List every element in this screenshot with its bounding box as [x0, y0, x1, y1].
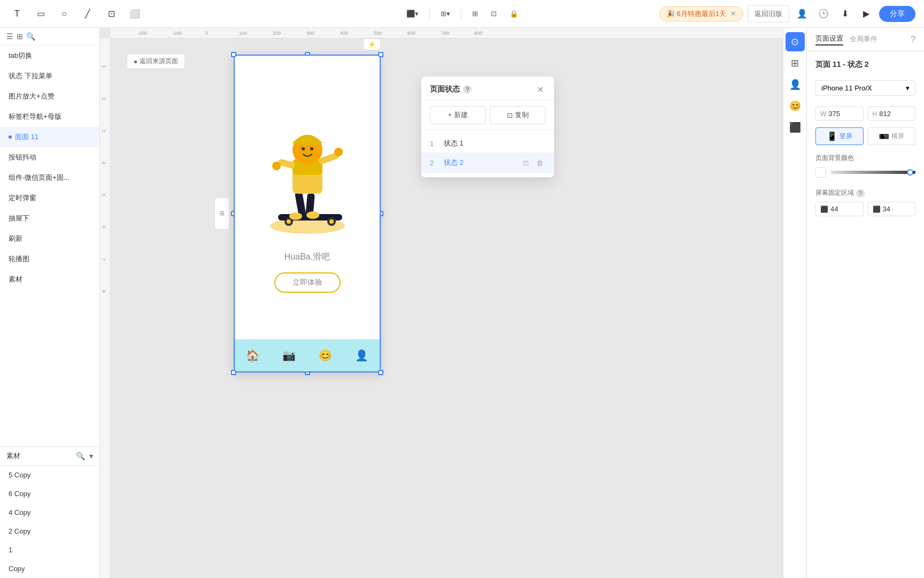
ruler-v-mark: 5	[101, 194, 106, 196]
frame-left-handle[interactable]: ≡	[214, 197, 229, 230]
state-delete-btn[interactable]: 🗑	[534, 157, 545, 169]
state-copy-btn[interactable]: ⊡	[520, 157, 532, 169]
toolbar-left: T ▭ ○ ╱ ⊡ ⬜	[9, 5, 655, 22]
preview-icon[interactable]: ▶	[858, 5, 875, 22]
component-tool-icon[interactable]: ⊡	[103, 5, 120, 22]
sidebar-item-nav[interactable]: 标签栏导航+母版	[0, 107, 99, 127]
sidebar-item-carousel[interactable]: 轮播图	[0, 249, 99, 269]
popup-header: 页面状态 ? ✕	[421, 77, 554, 101]
copy-item[interactable]: Copy	[0, 559, 99, 578]
popup-help-btn[interactable]: ?	[463, 85, 472, 94]
fixed-area-label: 屏幕固定区域 ?	[815, 188, 915, 197]
back-button[interactable]: ● 返回来源页面	[127, 54, 185, 69]
color-slider[interactable]	[830, 171, 915, 174]
bottom-nav-home[interactable]: 🏠	[243, 346, 263, 365]
fixed-bottom-value[interactable]: 34	[883, 205, 890, 213]
frame-top-handle[interactable]: ⚡	[363, 39, 381, 50]
portrait-icon: 📱	[827, 131, 837, 141]
portrait-btn[interactable]: 📱 竖屏	[815, 127, 864, 145]
emoji-panel-icon[interactable]: 😊	[786, 96, 805, 116]
canvas-area[interactable]: -200 -100 0 100 200 300 400 500 600 700 …	[100, 28, 783, 578]
promo-close[interactable]: ✕	[730, 10, 736, 18]
mobile-cta-btn[interactable]: 立即体验	[274, 272, 341, 293]
circle-tool-icon[interactable]: ○	[56, 5, 73, 22]
popup-copy-btn[interactable]: ⊡ 复制	[490, 106, 545, 124]
ruler-mark: 100	[239, 31, 247, 36]
landscape-btn[interactable]: 📱 横屏	[868, 127, 916, 145]
layer-search-icon[interactable]: 🔍	[76, 452, 85, 460]
component-panel-icon[interactable]: ⊞	[786, 54, 805, 73]
fixed-top-value[interactable]: 44	[830, 205, 838, 213]
color-swatch[interactable]	[815, 167, 826, 178]
user-panel-icon[interactable]: 👤	[786, 75, 805, 94]
sidebar-grid-icon[interactable]: ⊞	[17, 32, 23, 41]
settings-panel-icon[interactable]: ⊙	[786, 32, 805, 51]
size-btn[interactable]: ⊞▾	[436, 7, 455, 20]
fixed-field-top: ⬛ 44	[815, 202, 864, 216]
promo-text: 6月特惠最后1天	[677, 9, 726, 19]
history-icon[interactable]: 🕒	[815, 5, 832, 22]
lock-btn[interactable]: 🔒	[505, 7, 522, 20]
position-btn[interactable]: ⊞	[468, 7, 482, 20]
table-panel-icon[interactable]: ⬛	[786, 118, 805, 137]
rect-tool-icon[interactable]: ▭	[32, 5, 49, 22]
pen-tool-icon[interactable]: ╱	[79, 5, 96, 22]
align-btn[interactable]: ⬛▾	[402, 7, 423, 20]
state-row-2[interactable]: 2 状态 2 ⊡ 🗑	[421, 153, 554, 173]
fixed-help-icon[interactable]: ?	[856, 189, 865, 197]
landscape-label: 横屏	[891, 132, 904, 141]
fixed-area-section: 屏幕固定区域 ? ⬛ 44 ⬛ 34	[815, 188, 915, 216]
fixed-top-icon: ⬛	[820, 206, 828, 213]
tab-page-settings[interactable]: 页面设置	[815, 34, 843, 45]
copy-item-1[interactable]: 1	[0, 541, 99, 559]
sidebar-search-icon[interactable]: 🔍	[26, 32, 35, 41]
bottom-nav-profile[interactable]: 👤	[352, 346, 371, 365]
copy-icon: ⊡	[507, 111, 513, 119]
popup-states: 1 状态 1 2 状态 2 ⊡ 🗑	[421, 130, 554, 177]
sidebar-item-drawer[interactable]: 抽屉下	[0, 208, 99, 229]
copy-item-5[interactable]: 5 Copy	[0, 466, 99, 484]
sidebar-item-refresh[interactable]: 刷新	[0, 229, 99, 249]
ruler-v-mark: 2	[101, 97, 106, 100]
device-selector[interactable]: iPhone 11 Pro/X ▾	[815, 80, 915, 96]
promo-badge[interactable]: 🎉 6月特惠最后1天 ✕	[659, 6, 743, 21]
height-field: H 812	[868, 107, 916, 121]
text-tool-icon[interactable]: T	[9, 5, 26, 22]
bottom-nav-chat[interactable]: 😊	[315, 346, 335, 365]
return-old-btn[interactable]: 返回旧版	[748, 5, 789, 22]
profile-icon[interactable]: 👤	[794, 5, 811, 22]
ruler-v-mark: 6	[101, 226, 106, 229]
ruler-mark: 800	[474, 31, 482, 36]
right-panel-help[interactable]: ?	[911, 35, 915, 44]
sidebar-item-dropdown[interactable]: 状态 下拉菜单	[0, 66, 99, 86]
svg-point-18	[310, 147, 313, 150]
copy-item-6[interactable]: 6 Copy	[0, 484, 99, 503]
h-value[interactable]: 812	[879, 110, 891, 118]
layer-expand-icon[interactable]: ▾	[89, 452, 93, 460]
image-tool-icon[interactable]: ⬜	[126, 5, 143, 22]
copy-item-2[interactable]: 2 Copy	[0, 522, 99, 541]
ruler-mark: -100	[172, 31, 182, 36]
w-value[interactable]: 375	[828, 110, 840, 118]
popup-close-btn[interactable]: ✕	[535, 84, 545, 95]
share-btn[interactable]: 分享	[879, 6, 915, 22]
sidebar-item-tab[interactable]: tab切换	[0, 45, 99, 66]
svg-point-4	[287, 219, 291, 224]
sidebar-item-shake[interactable]: 按钮抖动	[0, 147, 99, 168]
state-row-1[interactable]: 1 状态 1	[421, 134, 554, 153]
group-btn[interactable]: ⊡	[487, 7, 501, 20]
copy-item-4[interactable]: 4 Copy	[0, 503, 99, 522]
sidebar-item-material[interactable]: 素材	[0, 269, 99, 290]
sidebar-item-wechat[interactable]: 组件-微信页面+固...	[0, 168, 99, 188]
sidebar-item-photo[interactable]: 图片放大+点赞	[0, 86, 99, 107]
copies-section: 5 Copy 6 Copy 4 Copy 2 Copy 1 Copy	[0, 465, 99, 578]
sidebar-list-icon[interactable]: ☰	[6, 32, 13, 41]
sidebar-item-timer[interactable]: 定时弹窗	[0, 188, 99, 208]
device-name: iPhone 11 Pro/X	[821, 84, 872, 92]
sidebar-item-page11[interactable]: 面面 11	[0, 127, 99, 147]
sidebar-list: tab切换 状态 下拉菜单 图片放大+点赞 标签栏导航+母版 面面 11 按钮抖…	[0, 45, 99, 446]
tab-global-events[interactable]: 全局事件	[850, 34, 877, 45]
bottom-nav-camera[interactable]: 📷	[280, 346, 299, 365]
download-icon[interactable]: ⬇	[836, 5, 853, 22]
popup-new-btn[interactable]: + 新建	[430, 106, 486, 124]
